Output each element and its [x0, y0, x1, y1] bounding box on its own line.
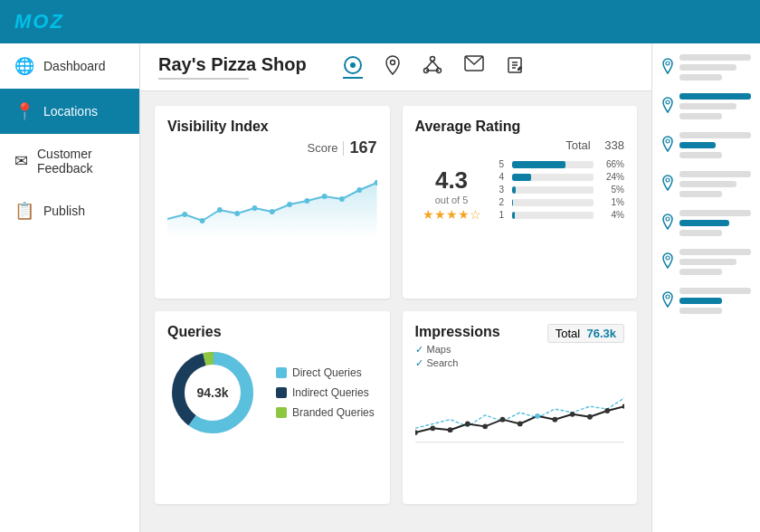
rp-line-5a: [679, 210, 751, 216]
svg-point-42: [622, 404, 624, 409]
rp-line-6a: [679, 249, 751, 255]
rp-line-2c: [679, 113, 722, 119]
rp-location-icon-7: [661, 291, 674, 311]
main-content: Ray's Pizza Shop: [140, 43, 651, 532]
legend-dot-branded: [276, 407, 287, 418]
svg-point-2: [390, 61, 394, 65]
layout: 🌐 Dashboard 📍 Locations ✉ Customer Feedb…: [0, 43, 760, 532]
svg-point-41: [604, 408, 610, 413]
sidebar-item-dashboard[interactable]: 🌐 Dashboard: [0, 43, 139, 89]
rating-card: Average Rating Total 338 4.3 out of 5 ★★…: [403, 106, 638, 299]
rating-total-row: Total 338: [415, 138, 625, 152]
impressions-total-label: Total: [556, 327, 580, 340]
legend-item-branded: Branded Queries: [276, 406, 375, 419]
impressions-title: Impressions: [415, 324, 500, 340]
header-tab-network[interactable]: [423, 55, 442, 79]
rp-location-icon-6: [661, 252, 674, 272]
content-header: Ray's Pizza Shop: [140, 43, 651, 91]
svg-point-16: [217, 207, 223, 213]
rp-line-3c: [679, 152, 722, 158]
sidebar-item-publish[interactable]: 📋 Publish: [0, 188, 139, 233]
rp-line-4c: [679, 191, 722, 197]
rp-line-7b: [679, 298, 722, 304]
dashboard-grid: Visibility Index Score 167: [140, 91, 651, 518]
check-search: ✓Search: [415, 357, 500, 369]
rating-total-value: 338: [604, 138, 624, 152]
svg-line-7: [432, 62, 439, 69]
rp-location-icon-5: [661, 214, 674, 233]
moz-logo: MOZ: [14, 10, 64, 33]
rating-bars: 566%424%35%21%14%: [499, 159, 625, 229]
queries-title: Queries: [167, 324, 377, 340]
business-name-wrap: Ray's Pizza Shop: [158, 54, 307, 80]
rp-location-icon-3: [661, 136, 674, 156]
sidebar: 🌐 Dashboard 📍 Locations ✉ Customer Feedb…: [0, 43, 140, 532]
donut-label: 94.3k: [196, 385, 228, 400]
visibility-card: Visibility Index Score 167: [155, 106, 390, 299]
legend-item-direct: Direct Queries: [276, 366, 375, 379]
legend-item-indirect: Indirect Queries: [276, 386, 375, 399]
svg-point-3: [430, 57, 434, 62]
svg-point-14: [182, 212, 187, 217]
svg-point-24: [356, 187, 362, 193]
rp-location-icon-4: [661, 175, 674, 195]
rp-location-icon-2: [661, 97, 674, 117]
rp-item-7: [661, 288, 751, 314]
header-tab-mail[interactable]: [464, 55, 484, 79]
rp-lines-5: [679, 210, 751, 236]
rating-content: 4.3 out of 5 ★★★★☆ 566%424%35%21%14%: [415, 159, 625, 229]
svg-point-49: [666, 256, 670, 260]
rating-bar-5: 566%: [499, 159, 625, 169]
sidebar-item-label-feedback: Customer Feedback: [37, 147, 125, 176]
rp-item-6: [661, 249, 751, 275]
queries-card: Queries 94.3k Direct QueriesIndirec: [155, 311, 390, 504]
svg-point-46: [666, 139, 670, 143]
rp-lines-1: [679, 54, 751, 81]
sidebar-item-customer-feedback[interactable]: ✉ Customer Feedback: [0, 134, 139, 188]
svg-point-34: [482, 423, 488, 429]
svg-point-1: [350, 62, 356, 68]
rating-title: Average Rating: [415, 119, 625, 135]
legend-dot-direct: [276, 367, 287, 378]
svg-point-15: [200, 218, 205, 223]
header-tab-edit[interactable]: [506, 55, 526, 79]
impressions-chart: [415, 375, 625, 447]
header-tab-location[interactable]: [385, 55, 401, 79]
svg-point-17: [234, 211, 240, 216]
svg-point-19: [270, 209, 275, 214]
sidebar-item-label-locations: Locations: [43, 104, 98, 119]
svg-point-39: [569, 412, 575, 417]
rp-line-7c: [679, 308, 722, 314]
svg-point-21: [304, 198, 309, 204]
rating-bar-3: 35%: [499, 185, 625, 195]
impressions-total-value: 76.3k: [586, 327, 616, 340]
svg-point-45: [666, 100, 670, 104]
svg-point-23: [339, 196, 345, 202]
header-tab-circle[interactable]: [343, 55, 363, 79]
right-panel: [651, 43, 760, 532]
queries-content: 94.3k Direct QueriesIndirect QueriesBran…: [167, 347, 377, 438]
visibility-score-row: Score 167: [167, 138, 377, 157]
rp-line-2b: [679, 103, 736, 109]
rp-lines-7: [679, 288, 751, 314]
sidebar-item-locations[interactable]: 📍 Locations: [0, 89, 139, 134]
legend-label-indirect: Indirect Queries: [292, 386, 369, 399]
rp-line-5c: [679, 230, 722, 236]
svg-point-32: [447, 427, 452, 432]
top-bar: MOZ: [0, 0, 760, 43]
svg-point-35: [499, 417, 505, 423]
rp-line-3a: [679, 132, 751, 138]
visibility-title: Visibility Index: [167, 119, 377, 135]
rp-line-1a: [679, 54, 751, 61]
rating-out-of: out of 5: [435, 195, 469, 205]
svg-line-6: [426, 62, 432, 69]
sidebar-item-label-dashboard: Dashboard: [43, 59, 106, 73]
svg-point-36: [517, 422, 522, 427]
svg-point-38: [552, 417, 557, 423]
rating-total-label: Total: [565, 138, 590, 152]
business-name: Ray's Pizza Shop: [158, 54, 307, 75]
rp-line-7a: [679, 288, 751, 294]
rp-line-6c: [679, 269, 722, 275]
impressions-header: Impressions ✓Maps ✓Search Total 76.3k: [415, 324, 625, 371]
visibility-chart: [167, 165, 377, 237]
